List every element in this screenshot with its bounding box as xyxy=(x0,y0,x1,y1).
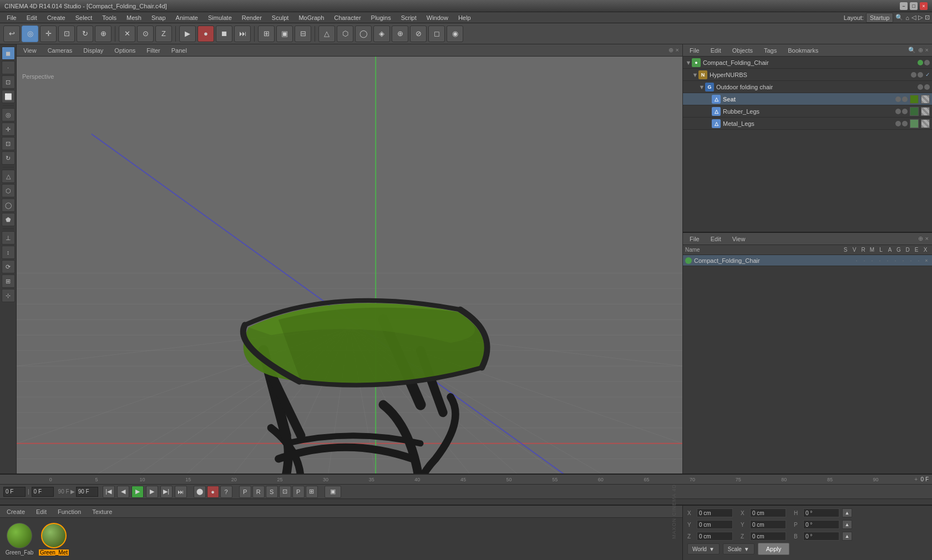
lt-rotate[interactable]: ↻ xyxy=(2,151,15,165)
frame-add-btn[interactable]: + xyxy=(914,476,918,482)
record-button[interactable]: ● xyxy=(197,26,214,42)
lt-model-mode[interactable]: ◼ xyxy=(2,47,15,60)
obj-row-metal-legs[interactable]: △ Metal_Legs xyxy=(683,118,932,130)
tl-param-btn[interactable]: ⊡ xyxy=(279,486,291,498)
attr-tab-file[interactable]: File xyxy=(686,235,703,243)
mat-tab-texture[interactable]: Texture xyxy=(89,507,115,516)
render-dot[interactable] xyxy=(924,60,930,65)
mat-tab-edit[interactable]: Edit xyxy=(33,507,50,516)
lt-poly-mode[interactable]: ⬜ xyxy=(2,90,15,103)
expand-btn[interactable]: ▼ xyxy=(685,59,692,66)
attr-tab-edit[interactable]: Edit xyxy=(707,235,725,243)
coord-h[interactable] xyxy=(803,508,839,517)
mat-thumb-2[interactable] xyxy=(921,95,930,104)
tl-scale-btn[interactable]: S xyxy=(266,486,278,498)
menu-edit[interactable]: Edit xyxy=(22,13,42,22)
tl-play[interactable]: ▶ xyxy=(131,486,144,498)
attr-close-icon[interactable]: × xyxy=(925,235,929,242)
lt-move[interactable]: ✛ xyxy=(2,123,15,136)
omgr-close-icon[interactable]: × xyxy=(925,47,929,54)
tl-key-btn[interactable]: ⬤ xyxy=(194,486,206,498)
render-dot[interactable] xyxy=(902,121,908,126)
attr-d[interactable]: · xyxy=(908,258,914,263)
menu-animate[interactable]: Animate xyxy=(171,13,202,22)
obj-row-rubber-legs[interactable]: △ Rubber_Legs xyxy=(683,105,932,118)
playback-button[interactable]: ▶ xyxy=(179,26,196,42)
omgr-tab-objects[interactable]: Objects xyxy=(729,46,756,55)
visibility-dot[interactable] xyxy=(895,109,901,114)
vp-expand-icon[interactable]: ⊕ xyxy=(668,47,673,54)
tl-pla-btn[interactable]: P xyxy=(292,486,305,498)
obj-row-seat[interactable]: △ Seat xyxy=(683,93,932,105)
lt-points-mode[interactable]: · xyxy=(2,61,15,74)
tl-timeline-btn[interactable]: ▣ xyxy=(325,486,341,498)
tl-next-frame[interactable]: ▶ xyxy=(146,486,158,498)
tl-record[interactable]: ⏭ xyxy=(175,486,187,498)
expand-btn[interactable]: ▼ xyxy=(692,72,698,78)
render-region-button[interactable]: ⊞ xyxy=(258,26,275,42)
coord-z-rot[interactable] xyxy=(750,532,786,541)
expand-btn[interactable]: ▼ xyxy=(698,84,705,90)
light-button[interactable]: ◈ xyxy=(373,26,390,42)
move-tool[interactable]: ✛ xyxy=(40,26,57,42)
coord-y-pos[interactable] xyxy=(697,520,733,529)
minimize-button[interactable]: − xyxy=(900,2,908,10)
omgr-tab-bookmarks[interactable]: Bookmarks xyxy=(784,46,822,55)
attr-g[interactable]: · xyxy=(900,258,906,263)
vp-tab-display[interactable]: Display xyxy=(80,46,107,55)
coord-p-up[interactable]: ▲ xyxy=(842,520,852,529)
lt-edges-mode[interactable]: ⊡ xyxy=(2,75,15,89)
render-button[interactable]: ▣ xyxy=(276,26,293,42)
lt-live-sel[interactable]: ◎ xyxy=(2,108,15,121)
mat-thumb-2[interactable] xyxy=(921,107,930,116)
menu-simulate[interactable]: Simulate xyxy=(204,13,236,22)
attr-tab-view[interactable]: View xyxy=(729,235,749,243)
tl-next-end[interactable]: ▶| xyxy=(160,486,173,498)
menu-tools[interactable]: Tools xyxy=(98,13,121,22)
coord-scale-dropdown[interactable]: Scale ▼ xyxy=(723,543,754,554)
menu-snap[interactable]: Snap xyxy=(147,13,170,22)
render-dot[interactable] xyxy=(924,84,930,90)
points-button[interactable]: ⊙ xyxy=(137,26,154,42)
menu-sculpt[interactable]: Sculpt xyxy=(267,13,293,22)
tl-current-frame[interactable] xyxy=(32,487,54,497)
menu-help[interactable]: Help xyxy=(454,13,475,22)
lt-mirror[interactable]: △ xyxy=(2,170,15,183)
menu-plugins[interactable]: Plugins xyxy=(367,13,396,22)
coord-b-up[interactable]: ▲ xyxy=(842,532,852,541)
maximize-button[interactable]: □ xyxy=(910,2,918,10)
lt-scale[interactable]: ⊡ xyxy=(2,137,15,150)
layout-value[interactable]: Startup xyxy=(866,13,893,23)
tl-end-frame[interactable] xyxy=(76,487,98,497)
menu-file[interactable]: File xyxy=(2,13,21,22)
tl-prev-frame[interactable]: ◀ xyxy=(117,486,129,498)
undo-button[interactable]: ↩ xyxy=(3,26,20,42)
mat-thumb-1[interactable] xyxy=(910,95,919,104)
lt-knife[interactable]: ⬡ xyxy=(2,184,15,197)
render-dot[interactable] xyxy=(902,96,908,102)
omgr-tab-tags[interactable]: Tags xyxy=(761,46,780,55)
coord-x-pos[interactable] xyxy=(697,508,733,517)
lt-axis[interactable]: ⊥ xyxy=(2,231,15,245)
menu-mograph[interactable]: MoGraph xyxy=(294,13,328,22)
menu-select[interactable]: Select xyxy=(71,13,97,22)
scale-tool[interactable]: ⊡ xyxy=(58,26,75,42)
deform-button[interactable]: ⬡ xyxy=(337,26,353,42)
search-icon[interactable]: 🔍 xyxy=(895,14,903,21)
obj-row-hypernurbs[interactable]: ▼ N HyperNURBS ✓ xyxy=(683,69,932,81)
menu-window[interactable]: Window xyxy=(422,13,453,22)
tl-play-btn[interactable]: ▶ xyxy=(70,488,75,495)
edges-button[interactable]: Z xyxy=(155,26,172,42)
attr-s[interactable]: · xyxy=(853,258,860,263)
lt-grid[interactable]: ⊞ xyxy=(2,274,15,288)
lt-paint[interactable]: ⟳ xyxy=(2,260,15,273)
tl-rec-btn[interactable]: ● xyxy=(207,486,219,498)
visibility-dot[interactable] xyxy=(895,96,901,102)
mat-green-met[interactable]: Green_Met xyxy=(39,523,69,556)
lamp-button[interactable]: ◉ xyxy=(447,26,463,42)
select-tool[interactable]: ◎ xyxy=(22,26,38,42)
omgr-expand-icon[interactable]: ⊕ xyxy=(918,47,923,54)
tl-start-frame[interactable] xyxy=(3,487,26,497)
stop-button[interactable]: ⏹ xyxy=(216,26,232,42)
visibility-dot[interactable] xyxy=(895,121,901,126)
